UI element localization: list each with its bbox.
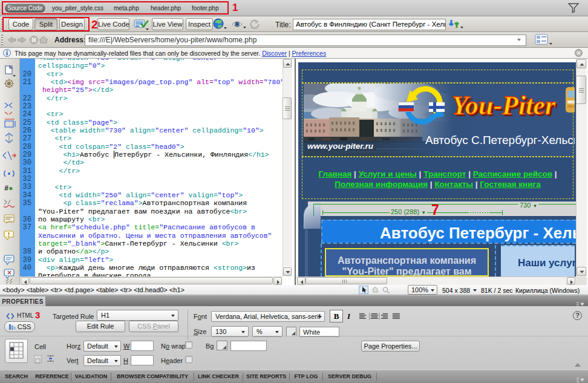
svg-text:#●: #● [4,185,13,193]
